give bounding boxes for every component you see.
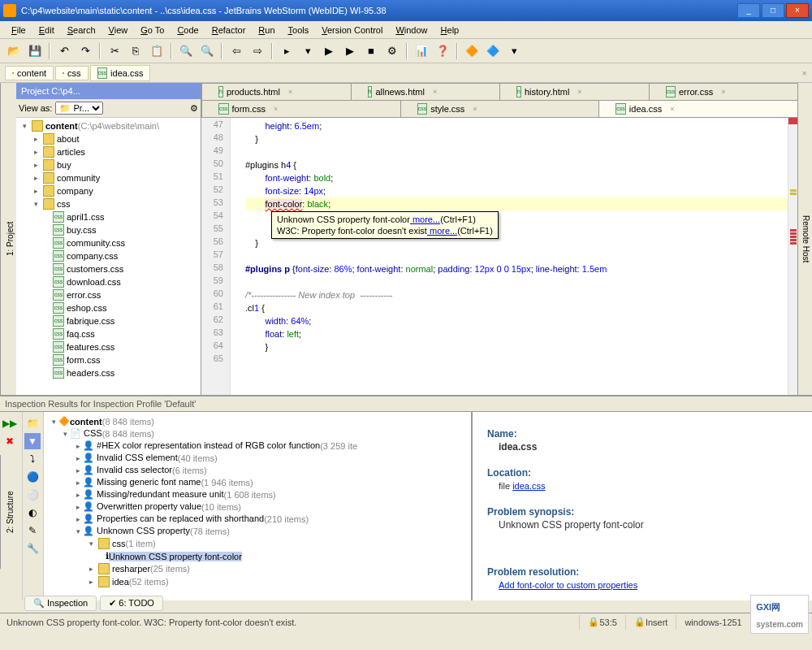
remote-host-tab[interactable]: Remote Host [797, 83, 812, 395]
menu-help[interactable]: Help [434, 24, 466, 37]
inspection-item[interactable]: ▾👤 Unknown CSS property (78 items) [47, 525, 468, 537]
menu-search[interactable]: Search [61, 24, 102, 37]
location-link[interactable]: idea.css [512, 481, 545, 491]
maximize-button[interactable]: □ [762, 3, 784, 18]
b5-icon[interactable]: 🔧 [24, 540, 41, 557]
tab-form.css[interactable]: cssform.css× [201, 100, 401, 117]
menu-refactor[interactable]: Refactor [205, 24, 253, 37]
file-company.css[interactable]: csscompany.css [18, 249, 199, 262]
inspection-item[interactable]: ▸👤 #HEX color representation instead of … [47, 440, 468, 452]
rerun-icon[interactable]: ▶▶ [2, 415, 18, 431]
folder-about[interactable]: ▸about [18, 132, 199, 145]
find-icon[interactable]: 🔍 [177, 42, 195, 60]
file-fabrique.css[interactable]: cssfabrique.css [18, 314, 199, 327]
vcs1-icon[interactable]: 🔶 [463, 42, 481, 60]
save-icon[interactable]: 💾 [26, 42, 44, 60]
tab-style.css[interactable]: cssstyle.css× [400, 100, 600, 117]
diff-icon[interactable]: 📊 [412, 42, 430, 60]
menu-code[interactable]: Code [171, 24, 205, 37]
open-icon[interactable]: 📂 [5, 42, 23, 60]
folder-company[interactable]: ▸company [18, 184, 199, 197]
file-download.css[interactable]: cssdownload.css [18, 275, 199, 288]
project-tree[interactable]: ▾content (C:\p4\website\main\▸about▸arti… [16, 118, 201, 395]
b4-icon[interactable]: ✎ [24, 522, 41, 539]
file-headers.css[interactable]: cssheaders.css [18, 366, 199, 379]
tab-idea.css[interactable]: cssidea.css× [598, 100, 798, 117]
stop-icon[interactable]: ■ [362, 42, 380, 60]
redo-icon[interactable]: ↷ [76, 42, 94, 60]
debug-icon[interactable]: ▶ [341, 42, 359, 60]
menu-edit[interactable]: Edit [32, 24, 61, 37]
inspection-item[interactable]: ▸👤 Missing generic font name (1 946 item… [47, 476, 468, 488]
vcs-dropdown-icon[interactable]: ▾ [505, 42, 523, 60]
folder-buy[interactable]: ▸buy [18, 158, 199, 171]
menu-file[interactable]: File [5, 24, 32, 37]
file-customers.css[interactable]: csscustomers.css [18, 262, 199, 275]
run-dropdown-icon[interactable]: ▾ [299, 42, 317, 60]
file-april1.css[interactable]: cssapril1.css [18, 210, 199, 223]
folder-articles[interactable]: ▸articles [18, 145, 199, 158]
inspection-tab[interactable]: 🔍 Inspection [24, 596, 97, 611]
cut-icon[interactable]: ✂ [106, 42, 123, 60]
b2-icon[interactable]: ⚪ [24, 487, 41, 503]
group-icon[interactable]: 📁 [24, 415, 41, 431]
tab-allnews.html[interactable]: hallnews.html× [351, 83, 501, 100]
b3-icon[interactable]: ◐ [24, 505, 41, 521]
minimize-button[interactable]: _ [737, 3, 760, 18]
file-error.css[interactable]: csserror.css [18, 288, 199, 301]
structure-tool-tab[interactable]: 2: Structure [0, 455, 16, 569]
file-faq.css[interactable]: cssfaq.css [18, 327, 199, 340]
paste-icon[interactable]: 📋 [148, 42, 166, 60]
undo-icon[interactable]: ↶ [55, 42, 73, 60]
menu-window[interactable]: Window [389, 24, 434, 37]
close-button[interactable]: × [786, 3, 809, 18]
project-tool-tab[interactable]: 1: Project [0, 83, 16, 395]
crumb-file[interactable]: cssidea.css [90, 65, 151, 81]
crumb-css[interactable]: css [55, 66, 89, 80]
menu-version-control[interactable]: Version Control [315, 24, 389, 37]
filter-icon[interactable]: ▼ [24, 433, 41, 449]
resolution-link[interactable]: Add font-color to custom properties [499, 580, 637, 590]
menu-run[interactable]: Run [252, 24, 281, 37]
inspection-tree[interactable]: ▾🔶 content (8 848 items)▾📄 CSS (8 848 it… [44, 412, 471, 600]
code-editor[interactable]: 47484950515253545556575859606162636465 h… [201, 118, 797, 395]
forward-icon[interactable]: ⇨ [248, 42, 266, 60]
inspection-item[interactable]: ▸👤 Properties can be replaced with short… [47, 513, 468, 525]
crumb-content[interactable]: content [5, 66, 54, 80]
b1-icon[interactable]: 🔵 [24, 469, 41, 485]
play-icon[interactable]: ▶ [320, 42, 338, 60]
error-stripe[interactable] [788, 118, 797, 395]
selected-problem[interactable]: ℹ Unknown CSS property font-color [47, 550, 468, 562]
settings-icon[interactable]: ⚙ [383, 42, 401, 60]
tab-error.css[interactable]: csserror.css× [649, 83, 799, 100]
menu-tools[interactable]: Tools [282, 24, 316, 37]
folder-css[interactable]: ▾css [18, 197, 199, 210]
inspection-item[interactable]: ▸👤 Missing/redundant measure unit (1 608… [47, 488, 468, 500]
vcs2-icon[interactable]: 🔷 [484, 42, 502, 60]
back-icon[interactable]: ⇦ [227, 42, 245, 60]
todo-tab[interactable]: ✔ 6: TODO [100, 596, 163, 611]
view-as-select[interactable]: 📁 Pr... [55, 102, 103, 115]
help-icon[interactable]: ❓ [434, 42, 451, 60]
menu-view[interactable]: View [102, 24, 135, 37]
run-icon[interactable]: ▸ [278, 42, 296, 60]
menu-go-to[interactable]: Go To [134, 24, 171, 37]
tab-products.html[interactable]: hproducts.html× [201, 83, 352, 100]
breadcrumb-close-icon[interactable]: × [802, 68, 807, 78]
file-community.css[interactable]: csscommunity.css [18, 236, 199, 249]
file-form.css[interactable]: cssform.css [18, 353, 199, 366]
inspection-item[interactable]: ▸👤 Invalid CSS element (40 items) [47, 452, 468, 464]
file-eshop.css[interactable]: csseshop.css [18, 301, 199, 314]
replace-icon[interactable]: 🔍 [198, 42, 216, 60]
copy-icon[interactable]: ⎘ [127, 42, 145, 60]
inspection-item[interactable]: ▸👤 Invalid css selector (6 items) [47, 464, 468, 476]
inspection-item[interactable]: ▸👤 Overwritten property value (10 items) [47, 500, 468, 513]
file-buy.css[interactable]: cssbuy.css [18, 223, 199, 236]
close-icon[interactable]: ✖ [2, 433, 18, 449]
tooltip-more-2[interactable]: more... [427, 226, 457, 236]
file-features.css[interactable]: cssfeatures.css [18, 340, 199, 353]
tooltip-more-1[interactable]: more... [410, 214, 440, 224]
folder-community[interactable]: ▸community [18, 171, 199, 184]
autoscroll-icon[interactable]: ⤵ [24, 451, 41, 467]
tab-history.html[interactable]: hhistory.html× [499, 83, 650, 100]
